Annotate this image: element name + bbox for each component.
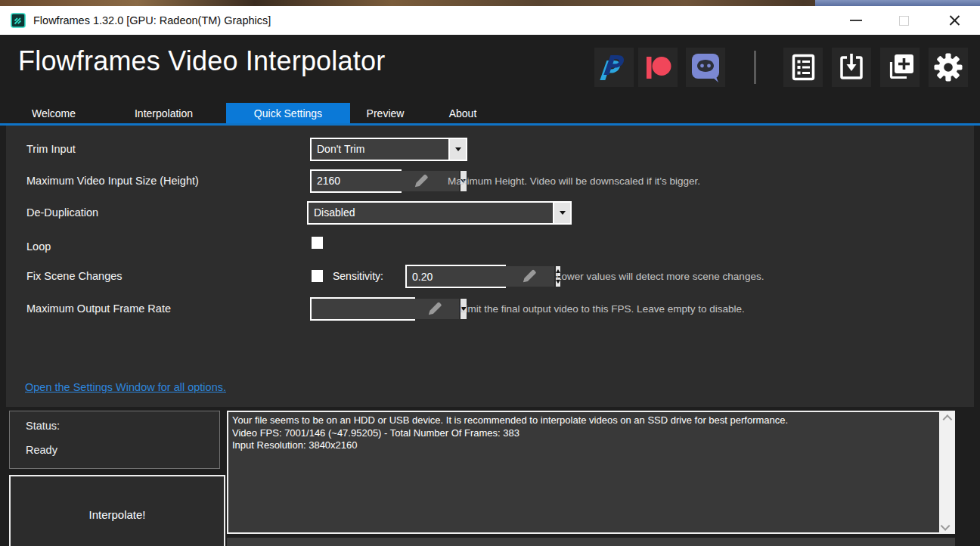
loop-checkbox[interactable] <box>312 237 323 249</box>
tab-preview[interactable]: Preview <box>350 103 420 123</box>
edit-pencil-icon <box>412 171 430 191</box>
minimize-icon <box>850 20 862 21</box>
progress-bar <box>227 538 955 546</box>
dedup-dropdown[interactable]: Disabled <box>307 201 572 225</box>
patreon-donate-button[interactable] <box>638 48 678 87</box>
add-task-button[interactable] <box>880 48 920 87</box>
scrollbar-down-button[interactable] <box>939 519 954 532</box>
max-output-fps-combobox[interactable] <box>310 297 415 321</box>
patreon-icon <box>638 48 678 87</box>
loop-label: Loop <box>26 235 51 259</box>
sensitivity-spinner[interactable] <box>405 265 506 288</box>
gear-icon <box>929 48 968 87</box>
header-separator <box>754 51 756 84</box>
log-output-box: Your file seems to be on an HDD or USB d… <box>227 411 955 534</box>
maximize-button[interactable] <box>887 6 920 35</box>
max-input-size-label: Maximum Video Input Size (Height) <box>26 169 199 193</box>
discord-button[interactable] <box>686 48 725 87</box>
log-text: Your file seems to be on an HDD or USB d… <box>232 414 935 452</box>
max-output-fps-hint: Limit the final output video to this FPS… <box>460 297 745 321</box>
list-icon <box>783 48 823 87</box>
chevron-down-icon <box>560 211 566 215</box>
add-icon <box>880 48 920 87</box>
log-line: Your file seems to be on an HDD or USB d… <box>232 414 935 427</box>
log-line: Input Resolution: 3840x2160 <box>232 439 935 452</box>
trim-input-dropdown-button[interactable] <box>450 139 466 160</box>
max-input-size-hint: Maximum Height. Video will be downscaled… <box>448 169 700 193</box>
max-input-size-value[interactable] <box>312 171 459 191</box>
max-input-size-combobox[interactable] <box>310 169 402 193</box>
main-window: Flowframes Video Interpolator <box>0 35 980 546</box>
dedup-label: De-Duplication <box>26 201 98 225</box>
trim-input-dropdown[interactable]: Don't Trim <box>310 138 467 161</box>
log-scrollbar[interactable] <box>939 412 954 532</box>
titlebar: Flowframes 1.32.0 [GPU: Radeon(TM) Graph… <box>0 6 980 35</box>
quick-settings-panel: Trim Input Don't Trim Maximum Video Inpu… <box>6 126 974 407</box>
trim-input-label: Trim Input <box>26 138 76 161</box>
tab-welcome[interactable]: Welcome <box>6 103 101 123</box>
interpolate-button-label: Interpolate! <box>88 508 145 521</box>
desktop-background-strip <box>0 0 980 6</box>
edit-pencil-icon <box>426 299 444 318</box>
tab-bar: Welcome Interpolation Quick Settings Pre… <box>0 103 980 126</box>
flowframes-app-icon <box>11 13 26 28</box>
scene-changes-checkbox[interactable] <box>312 270 323 282</box>
paypal-icon <box>594 48 634 87</box>
page-title: Flowframes Video Interpolator <box>18 45 385 77</box>
log-line: Video FPS: 7001/146 (~47.95205) - Total … <box>232 427 935 440</box>
tab-quick-settings[interactable]: Quick Settings <box>226 103 350 123</box>
dedup-dropdown-button[interactable] <box>554 203 570 223</box>
close-button[interactable] <box>938 6 971 35</box>
chevron-up-icon <box>943 414 953 424</box>
chevron-down-icon <box>941 521 951 531</box>
settings-button[interactable] <box>929 48 968 87</box>
chevron-down-icon <box>455 147 461 151</box>
status-panel: Status: Ready <box>9 411 220 469</box>
scene-changes-hint: Lower values will detect more scene chan… <box>556 265 764 288</box>
tab-interpolation[interactable]: Interpolation <box>101 103 226 123</box>
status-label: Status: <box>26 420 60 432</box>
scrollbar-up-button[interactable] <box>939 412 954 426</box>
download-icon <box>832 48 871 87</box>
tab-about[interactable]: About <box>420 103 505 123</box>
window-title: Flowframes 1.32.0 [GPU: Radeon(TM) Graph… <box>33 6 271 35</box>
dedup-value: Disabled <box>309 203 553 223</box>
max-output-fps-label: Maximum Output Frame Rate <box>26 297 171 321</box>
import-download-button[interactable] <box>832 48 871 87</box>
desktop-background-blue-band <box>815 0 980 6</box>
maximize-icon <box>899 16 909 26</box>
edit-pencil-icon <box>520 266 538 286</box>
trim-input-value: Don't Trim <box>312 139 448 160</box>
queue-list-button[interactable] <box>783 48 823 87</box>
status-value: Ready <box>26 444 57 456</box>
sensitivity-label: Sensitivity: <box>333 265 383 288</box>
interpolate-button[interactable]: Interpolate! <box>9 475 225 546</box>
open-settings-link[interactable]: Open the Settings Window for all options… <box>25 381 226 393</box>
paypal-donate-button[interactable] <box>594 48 634 87</box>
minimize-button[interactable] <box>839 6 873 35</box>
scene-changes-label: Fix Scene Changes <box>26 265 122 288</box>
discord-icon <box>686 48 725 87</box>
